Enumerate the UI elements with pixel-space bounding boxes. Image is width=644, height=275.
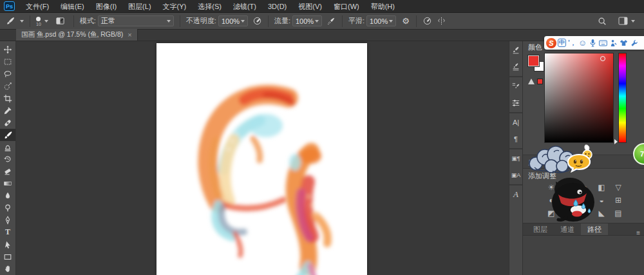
history-brush-tool[interactable] bbox=[0, 153, 15, 166]
menu-filter[interactable]: 滤镜(T) bbox=[227, 0, 262, 13]
hue-slider-bar[interactable] bbox=[618, 53, 627, 143]
handwriting-icon[interactable] bbox=[609, 38, 618, 48]
color-panel-tab[interactable]: 颜色 bbox=[528, 43, 542, 52]
clone-stamp-tool[interactable] bbox=[0, 141, 15, 153]
tab-paths[interactable]: 路径 bbox=[581, 223, 608, 235]
glyphs-panel-icon[interactable]: A bbox=[509, 187, 522, 202]
brush-preset-icon bbox=[3, 15, 17, 28]
paths-panel-body[interactable] bbox=[523, 235, 644, 275]
rectangular-marquee-tool[interactable] bbox=[0, 56, 15, 68]
emoji-icon[interactable]: ☺ bbox=[578, 38, 587, 48]
adjustment-icon-gradient-map[interactable]: ▤ bbox=[612, 207, 625, 219]
document-tab[interactable]: 国画 鱼.psd @ 17.5% (鱼, RGB/8) × bbox=[16, 29, 138, 41]
tab-channels[interactable]: 通道 bbox=[554, 223, 581, 235]
paragraph-panel-icon[interactable]: ¶ bbox=[509, 132, 522, 146]
adjustment-icon-vibrance[interactable]: ▽ bbox=[612, 182, 625, 193]
eraser-tool[interactable] bbox=[0, 166, 15, 178]
options-bar: 10 模式: 正常 不透明度: 100% bbox=[0, 13, 644, 30]
punctuation-icon[interactable]: '， bbox=[567, 38, 577, 48]
chevron-down-icon bbox=[20, 20, 24, 23]
artboard[interactable] bbox=[156, 43, 367, 275]
pressure-size-icon[interactable] bbox=[420, 15, 434, 28]
gradient-tool[interactable] bbox=[0, 178, 15, 190]
menu-image[interactable]: 图像(I) bbox=[90, 0, 122, 13]
character-styles-panel-icon[interactable]: ▣A bbox=[509, 168, 522, 182]
chevron-down-icon bbox=[631, 20, 635, 23]
soft-keyboard-icon[interactable] bbox=[598, 38, 608, 48]
close-icon[interactable]: × bbox=[128, 31, 131, 39]
pen-tool[interactable] bbox=[0, 214, 15, 226]
tool-preset-picker[interactable] bbox=[0, 15, 26, 28]
blend-mode-select[interactable]: 正常 bbox=[98, 15, 174, 26]
hand-tool[interactable] bbox=[0, 263, 15, 275]
quick-selection-tool[interactable] bbox=[0, 81, 15, 93]
foreground-background-swatches[interactable] bbox=[528, 55, 545, 72]
document-title: 国画 鱼.psd @ 17.5% (鱼, RGB/8) bbox=[21, 30, 123, 39]
menu-type[interactable]: 文字(Y) bbox=[157, 0, 193, 13]
search-icon[interactable] bbox=[595, 15, 609, 28]
chinese-english-toggle-icon[interactable]: 中 bbox=[557, 38, 567, 48]
rectangle-tool[interactable] bbox=[0, 251, 15, 263]
photoshop-logo-icon[interactable]: Ps bbox=[4, 1, 15, 11]
paragraph-styles-panel-icon[interactable]: ▣¶ bbox=[509, 151, 522, 166]
voice-input-icon[interactable] bbox=[588, 38, 598, 48]
color-panel: 颜色 bbox=[523, 41, 644, 155]
workspace-switcher[interactable] bbox=[616, 17, 638, 25]
brush-size-picker[interactable]: 10 bbox=[33, 15, 51, 26]
tab-layers[interactable]: 图层 bbox=[527, 223, 554, 235]
divider bbox=[73, 15, 74, 27]
color-field-cursor[interactable] bbox=[600, 56, 605, 61]
menu-bar: Ps 文件(F) 编辑(E) 图像(I) 图层(L) 文字(Y) 选择(S) 滤… bbox=[0, 0, 644, 13]
tool-presets-panel-icon[interactable] bbox=[509, 79, 522, 93]
brush-tool[interactable] bbox=[0, 129, 15, 141]
smoothing-label: 平滑: bbox=[348, 16, 365, 26]
dodge-tool[interactable] bbox=[0, 202, 15, 214]
menu-file[interactable]: 文件(F) bbox=[20, 0, 55, 13]
saturation-brightness-field[interactable] bbox=[544, 53, 614, 143]
brush-symmetry-icon[interactable] bbox=[434, 15, 448, 28]
menu-select[interactable]: 选择(S) bbox=[192, 0, 227, 13]
character-panel-icon[interactable]: A| bbox=[509, 115, 522, 129]
tools-panel: T bbox=[0, 41, 16, 275]
spot-healing-brush-tool[interactable] bbox=[0, 117, 15, 129]
blur-tool[interactable] bbox=[0, 190, 15, 202]
toggle-brush-settings-button[interactable] bbox=[51, 15, 70, 28]
skin-icon[interactable] bbox=[619, 38, 629, 48]
photoshop-window: Ps 文件(F) 编辑(E) 图像(I) 图层(L) 文字(Y) 选择(S) 滤… bbox=[0, 0, 644, 275]
lasso-tool[interactable] bbox=[0, 68, 15, 81]
collapsed-panel-dock: A| ¶ ▣¶ ▣A A bbox=[509, 41, 523, 275]
flow-label: 流量: bbox=[274, 16, 290, 26]
smoothing-options-gear-icon[interactable]: ⚙ bbox=[399, 15, 413, 28]
toolbox-wrench-icon[interactable] bbox=[629, 38, 639, 48]
smoothing-select[interactable]: 100% bbox=[366, 15, 396, 26]
brushes-panel-icon[interactable] bbox=[509, 60, 522, 74]
opacity-select[interactable]: 100% bbox=[218, 15, 248, 26]
flow-select[interactable]: 100% bbox=[292, 15, 322, 26]
brush-settings-panel-icon[interactable] bbox=[509, 43, 522, 57]
menu-3d[interactable]: 3D(D) bbox=[262, 0, 292, 13]
pressure-opacity-icon[interactable] bbox=[251, 15, 265, 28]
divider bbox=[180, 15, 180, 27]
smoothing-value: 100% bbox=[370, 17, 388, 25]
gamut-warning-swatch[interactable] bbox=[537, 79, 543, 84]
menu-view[interactable]: 视图(V) bbox=[292, 0, 328, 13]
menu-layer[interactable]: 图层(L) bbox=[122, 0, 156, 13]
canvas-area[interactable] bbox=[16, 41, 509, 275]
menu-window[interactable]: 窗口(W) bbox=[328, 0, 365, 13]
foreground-color-swatch[interactable] bbox=[528, 55, 539, 66]
type-tool[interactable]: T bbox=[0, 226, 15, 238]
gamut-warning[interactable] bbox=[528, 79, 543, 84]
airbrush-icon[interactable] bbox=[325, 15, 339, 28]
adjustment-icon-channel-mixer[interactable]: ⊞ bbox=[612, 194, 625, 206]
brush-dot-icon bbox=[36, 17, 41, 21]
chevron-down-icon bbox=[389, 20, 393, 23]
path-selection-tool[interactable] bbox=[0, 238, 15, 251]
crop-tool[interactable] bbox=[0, 93, 15, 105]
menu-help[interactable]: 帮助(H) bbox=[365, 0, 401, 13]
properties-panel-icon[interactable] bbox=[509, 96, 522, 110]
sogou-logo-icon[interactable]: S bbox=[546, 38, 556, 48]
eyedropper-tool[interactable] bbox=[0, 104, 15, 117]
move-tool[interactable] bbox=[0, 44, 15, 56]
hue-slider-handle[interactable] bbox=[614, 139, 618, 144]
menu-edit[interactable]: 编辑(E) bbox=[55, 0, 90, 13]
